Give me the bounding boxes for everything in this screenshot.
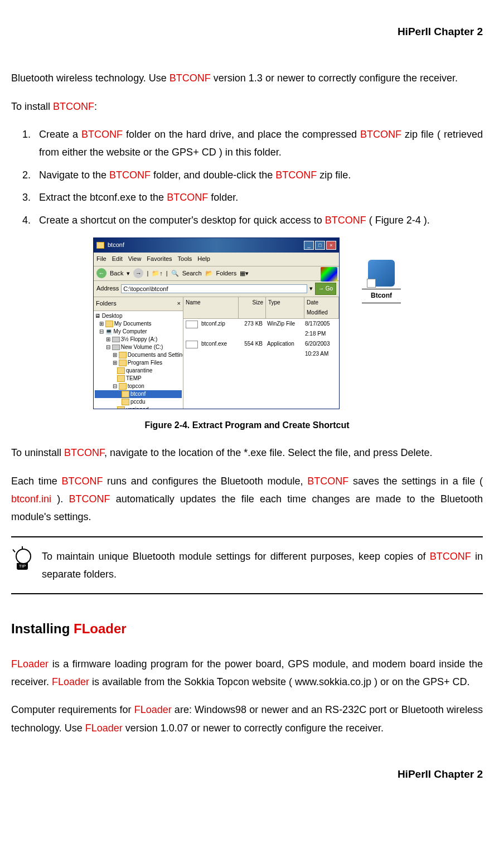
file-row[interactable]: btconf.zip 273 KB WinZip File 8/17/2005 … [183,319,339,339]
keyword-btconf: BTCONF [169,72,211,84]
floppy-icon [112,337,120,342]
menu-favorites[interactable]: Favorites [147,254,172,265]
tip-callout: TIP To maintain unique Bluetooth module … [11,547,483,584]
uninstall-paragraph: To uninstall BTCONF, navigate to the loc… [11,444,483,462]
back-label[interactable]: Back [110,268,123,279]
keyword-floader: FLoader [85,722,123,734]
intro-paragraph: Bluetooth wireless technology. Use BTCON… [11,69,483,87]
tree-item-progfiles[interactable]: ⊞ Program Files [95,359,182,367]
tree-item-mycomp[interactable]: ⊟ 💻 My Computer [95,328,182,336]
keyword-floader: FLoader [74,621,127,636]
label: Documents and Settings [128,352,183,358]
window-title-bar[interactable]: btconf _ □ × [94,238,339,253]
address-label: Address [96,283,119,294]
label: Desktop [102,313,123,319]
folders-label[interactable]: Folders [216,268,237,279]
tree-item-mydocs[interactable]: ⊞ My Documents [95,320,182,328]
divider [11,593,483,594]
maximize-button[interactable]: □ [315,241,325,250]
keyword-floader: FLoader [134,704,172,715]
text: folder on the hard drive, and place the … [123,129,360,140]
address-dropdown-icon[interactable]: ▾ [309,283,313,294]
label: unzipped [126,406,149,409]
folders-pane: Folders × 🖥 Desktop ⊞ My Documents ⊟ 💻 M… [94,297,183,409]
label: quarantine [126,367,152,374]
tree-item-topcon[interactable]: ⊟ topcon [95,382,182,390]
col-size[interactable]: Size [239,297,266,318]
menu-edit[interactable]: Edit [112,254,123,265]
keyword-btconf: BTCONF [69,493,110,505]
address-input[interactable] [121,284,307,293]
menu-view[interactable]: View [128,254,142,265]
label: pccdu [130,399,146,405]
text: Installing [11,621,74,636]
back-button[interactable]: ← [96,268,106,278]
forward-button[interactable]: → [133,268,143,278]
page-header: HiPerII Chapter 2 [11,22,483,41]
label: btconf [130,391,146,397]
tip-icon: TIP [11,547,33,570]
keyword-floader: FLoader [11,658,49,670]
address-bar: Address ▾ → Go [94,281,339,297]
folders-close-icon[interactable]: × [177,298,181,309]
menu-help[interactable]: Help [197,254,210,265]
file-date: 6/20/2003 10:23 AM [303,339,339,359]
toolbar: ← Back ▾ → | 📁↑ | 🔍 Search 📂 Folders ▦▾ [94,266,339,282]
keyword-floader: FLoader [52,676,89,687]
folder-icon [122,391,129,397]
separator: | [166,268,168,279]
minimize-button[interactable]: _ [304,241,314,250]
tree-item-unzipped[interactable]: unzipped [95,406,182,409]
label: Program Files [128,360,162,366]
search-label[interactable]: Search [182,268,202,279]
text: Bluetooth wireless technology. Use [11,72,169,84]
file-type: Application [265,339,303,359]
content-area: Folders × 🖥 Desktop ⊞ My Documents ⊟ 💻 M… [94,297,339,409]
file-row[interactable]: btconf.exe 554 KB Application 6/20/2003 … [183,339,339,359]
folder-icon [117,367,125,374]
folder-icon [117,375,125,382]
col-name[interactable]: Name [183,297,239,318]
desktop-shortcut[interactable]: Btconf [362,260,401,303]
text: Each time [11,476,61,487]
keyword-btconf: BTCONF [307,476,348,487]
text: To install [11,101,53,112]
text: ( Figure 2-4 ). [366,215,430,226]
label: TEMP [126,375,142,381]
install-steps: Create a BTCONF folder on the hard drive… [11,125,483,229]
tree-item-newvol[interactable]: ⊟ New Volume (C:) [95,343,182,351]
menu-file[interactable]: File [96,254,106,265]
text: Create a [39,129,81,140]
tip-label: TIP [17,563,28,570]
col-type[interactable]: Type [266,297,304,318]
tree-item-desktop[interactable]: 🖥 Desktop [95,312,182,320]
go-button[interactable]: → Go [315,283,336,295]
tree-item-floppy[interactable]: ⊞ 3½ Floppy (A:) [95,336,182,343]
keyword-btconf: BTCONF [275,169,317,181]
folders-icon[interactable]: 📂 [205,268,213,279]
tree-item-pccdu[interactable]: pccdu [95,398,182,406]
step-2: Navigate to the BTCONF folder, and doubl… [33,166,483,184]
folder-icon [96,242,104,249]
folders-title: Folders [96,298,117,309]
up-button[interactable]: 📁↑ [152,268,163,279]
search-icon[interactable]: 🔍 [171,268,179,279]
file-list-pane: Name Size Type Date Modified btconf.zip … [183,297,339,409]
floader-p2: Computer requirements for FLoader are: W… [11,701,483,737]
file-name: btconf.exe [199,341,229,347]
close-button[interactable]: × [326,241,336,250]
views-button[interactable]: ▦▾ [240,268,249,279]
step-1: Create a BTCONF folder on the hard drive… [33,125,483,162]
col-date[interactable]: Date Modified [304,297,339,318]
tree-item-temp[interactable]: TEMP [95,375,182,382]
drive-icon [112,345,120,350]
text: folder. [208,192,238,203]
text: To uninstall [11,447,64,458]
tree-item-docset[interactable]: ⊞ Documents and Settings [95,351,182,359]
back-dropdown-icon[interactable]: ▾ [127,268,130,279]
tree-item-btconf[interactable]: btconf [95,390,182,398]
menu-tools[interactable]: Tools [178,254,192,265]
text: ). [51,493,69,505]
file-columns-header: Name Size Type Date Modified [183,297,339,319]
tree-item-quarantine[interactable]: quarantine [95,367,182,375]
